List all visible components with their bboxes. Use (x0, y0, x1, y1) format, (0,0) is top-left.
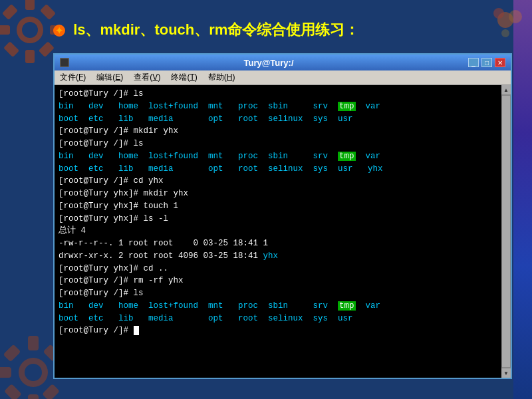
line-12: 总计 4 (59, 225, 496, 237)
svg-rect-11 (28, 336, 39, 350)
page-title: ls、mkdir、touch、rm命令综合使用练习： (53, 20, 519, 40)
line-2: bin dev home lost+found mnt proc sbin sr… (59, 100, 496, 113)
terminal-output: [root@Tury /]# ls bin dev home lost+foun… (59, 88, 507, 337)
svg-point-0 (17, 17, 43, 43)
svg-rect-18 (42, 384, 60, 399)
line-9: [root@Tury yhx]# mkdir yhx (59, 188, 496, 200)
svg-rect-13 (0, 367, 11, 378)
title-bullet-icon (53, 25, 65, 37)
line-1: [root@Tury /]# ls (59, 88, 496, 100)
svg-rect-3 (0, 25, 10, 35)
menu-edit[interactable]: 编辑(E) (94, 70, 126, 84)
svg-point-10 (19, 358, 48, 387)
line-15: [root@Tury yhx]# cd .. (59, 263, 496, 275)
svg-rect-8 (39, 41, 55, 57)
scroll-down-arrow[interactable]: ▼ (501, 368, 511, 378)
line-5: [root@Tury /]# ls (59, 138, 496, 150)
terminal-menubar: 文件(F) 编辑(E) 查看(V) 终端(T) 帮助(H) (55, 70, 511, 85)
svg-rect-17 (4, 384, 22, 399)
title-text: ls、mkdir、touch、rm命令综合使用练习： (73, 21, 359, 38)
svg-rect-1 (25, 0, 35, 10)
svg-rect-12 (28, 394, 39, 399)
svg-point-19 (25, 364, 42, 381)
line-3: boot etc lib media opt root selinux sys … (59, 113, 496, 126)
svg-rect-5 (2, 4, 18, 20)
line-16: [root@Tury /]# rm -rf yhx (59, 275, 496, 287)
svg-point-9 (22, 22, 38, 38)
svg-rect-7 (3, 41, 19, 57)
menu-view[interactable]: 查看(V) (131, 70, 163, 84)
svg-point-21 (493, 8, 504, 19)
right-side-decoration (513, 0, 532, 399)
terminal-window: Tury@Tury:/ _ □ ✕ 文件(F) 编辑(E) 查看(V) 终端(T… (53, 53, 512, 379)
terminal-titlebar: Tury@Tury:/ _ □ ✕ (55, 55, 511, 70)
line-11: [root@Tury yhx]# ls -l (59, 213, 496, 225)
minimize-button[interactable]: _ (468, 58, 479, 67)
menu-help[interactable]: 帮助(H) (205, 70, 238, 84)
terminal-title: Tury@Tury:/ (69, 58, 468, 68)
terminal-content-area[interactable]: [root@Tury /]# ls bin dev home lost+foun… (55, 85, 511, 378)
line-4: [root@Tury /]# mkdir yhx (59, 125, 496, 138)
terminal-window-icon (60, 58, 69, 67)
svg-rect-6 (40, 4, 56, 20)
line-7: boot etc lib media opt root selinux sys … (59, 163, 496, 176)
line-10: [root@Tury yhx]# touch 1 (59, 200, 496, 213)
close-button[interactable]: ✕ (495, 58, 505, 67)
terminal-scrollbar[interactable]: ▲ ▼ (501, 85, 511, 378)
terminal-window-controls: _ □ ✕ (468, 58, 505, 67)
line-18: bin dev home lost+found mnt proc sbin sr… (59, 300, 496, 313)
line-17: [root@Tury /]# ls (59, 287, 496, 300)
menu-terminal[interactable]: 终端(T) (168, 70, 200, 84)
svg-rect-15 (3, 344, 21, 362)
line-8: [root@Tury /]# cd yhx (59, 175, 496, 188)
scroll-thumb[interactable] (502, 96, 510, 367)
line-14: drwxr-xr-x. 2 root root 4096 03-25 18:41… (59, 250, 496, 263)
maximize-button[interactable]: □ (481, 58, 492, 67)
line-13: -rw-r--r--. 1 root root 0 03-25 18:41 1 (59, 237, 496, 250)
svg-rect-2 (25, 50, 35, 63)
menu-file[interactable]: 文件(F) (57, 70, 88, 84)
line-19: boot etc lib media opt root selinux sys … (59, 313, 496, 325)
line-20: [root@Tury /]# (59, 325, 496, 337)
scroll-up-arrow[interactable]: ▲ (501, 85, 511, 94)
line-6: bin dev home lost+found mnt proc sbin sr… (59, 150, 496, 163)
